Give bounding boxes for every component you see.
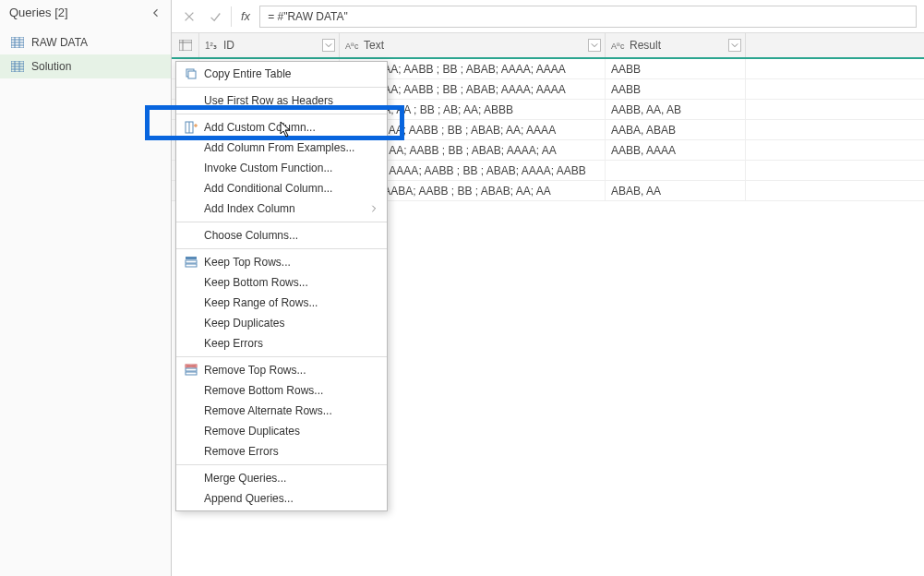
- menu-label: Keep Bottom Rows...: [184, 276, 379, 289]
- table-icon: [179, 40, 192, 51]
- svg-rect-27: [186, 372, 197, 375]
- menu-add-custom-column[interactable]: Add Custom Column...: [176, 117, 387, 138]
- table-icon: [11, 37, 24, 48]
- menu-add-index-column[interactable]: Add Index Column: [176, 198, 387, 219]
- column-filter-icon[interactable]: [728, 39, 741, 52]
- menu-label: Add Index Column: [184, 202, 365, 215]
- query-label: RAW DATA: [31, 36, 88, 49]
- cell-result: ABAB, AA: [606, 181, 746, 200]
- collapse-icon[interactable]: [150, 7, 162, 18]
- menu-label: Append Queries...: [184, 492, 379, 505]
- menu-label: Merge Queries...: [184, 472, 379, 485]
- queries-header: Queries [2]: [0, 0, 171, 27]
- menu-separator: [176, 222, 387, 222]
- cell-result: AABB, AA, AB: [606, 100, 746, 119]
- svg-rect-12: [179, 40, 192, 51]
- column-header-text[interactable]: Aᴮc Text: [340, 33, 606, 57]
- column-label: ID: [223, 39, 234, 52]
- menu-label: Add Conditional Column...: [184, 182, 379, 195]
- menu-append-queries[interactable]: Append Queries...: [176, 488, 387, 509]
- query-item-raw-data[interactable]: RAW DATA: [0, 30, 171, 54]
- cell-result: [606, 161, 746, 180]
- fx-icon[interactable]: fx: [237, 9, 254, 23]
- svg-rect-19: [188, 71, 196, 78]
- formula-bar: fx: [172, 0, 924, 33]
- accept-formula-icon[interactable]: [205, 6, 225, 27]
- menu-keep-errors[interactable]: Keep Errors: [176, 333, 387, 354]
- svg-rect-24: [186, 264, 197, 267]
- cell-result: AABB, AAAA: [606, 140, 746, 160]
- menu-label: Keep Errors: [184, 337, 379, 350]
- menu-remove-duplicates[interactable]: Remove Duplicates: [176, 421, 387, 441]
- menu-first-row-headers[interactable]: Use First Row as Headers: [176, 90, 387, 111]
- menu-label: Keep Top Rows...: [204, 256, 379, 269]
- menu-label: Remove Top Rows...: [204, 364, 379, 377]
- menu-separator: [176, 356, 387, 357]
- menu-label: Invoke Custom Function...: [184, 162, 379, 174]
- menu-label: Keep Range of Rows...: [184, 296, 379, 309]
- menu-choose-columns[interactable]: Choose Columns...: [176, 225, 387, 246]
- context-menu: Copy Entire Table Use First Row as Heade…: [175, 61, 388, 511]
- svg-rect-23: [186, 260, 197, 263]
- column-header-id[interactable]: 1²₃ ID: [199, 33, 340, 57]
- menu-separator: [176, 248, 387, 249]
- menu-separator: [176, 114, 387, 114]
- column-header-result[interactable]: Aᴮc Result: [606, 33, 746, 57]
- menu-remove-bottom-rows[interactable]: Remove Bottom Rows...: [176, 380, 387, 401]
- menu-label: Add Column From Examples...: [184, 141, 379, 154]
- menu-label: Remove Alternate Rows...: [184, 404, 379, 417]
- column-label: Result: [630, 39, 661, 52]
- svg-text:Aᴮc: Aᴮc: [611, 42, 625, 51]
- menu-label: Add Custom Column...: [204, 121, 379, 134]
- grid-header: 1²₃ ID Aᴮc Text: [172, 33, 924, 59]
- column-filter-icon[interactable]: [588, 39, 601, 52]
- number-type-icon: 1²₃: [205, 39, 220, 52]
- menu-keep-range-rows[interactable]: Keep Range of Rows...: [176, 293, 387, 313]
- menu-remove-errors[interactable]: Remove Errors: [176, 441, 387, 462]
- menu-copy-entire-table[interactable]: Copy Entire Table: [176, 64, 387, 84]
- svg-text:Aᴮc: Aᴮc: [345, 42, 359, 51]
- queries-panel: Queries [2] RAW DATA Solution: [0, 0, 172, 576]
- cell-result: AABB: [606, 79, 746, 99]
- cancel-formula-icon[interactable]: [179, 6, 199, 27]
- queries-title: Queries [2]: [9, 6, 68, 19]
- divider: [231, 6, 232, 27]
- menu-separator: [176, 87, 387, 88]
- text-type-icon: Aᴮc: [345, 39, 360, 52]
- formula-input[interactable]: [259, 6, 917, 28]
- svg-text:1²₃: 1²₃: [205, 41, 217, 51]
- query-item-solution[interactable]: Solution: [0, 54, 171, 78]
- column-filter-icon[interactable]: [322, 39, 335, 52]
- menu-label: Use First Row as Headers: [184, 94, 379, 107]
- select-all-corner[interactable]: [172, 33, 199, 57]
- copy-icon: [184, 66, 198, 81]
- queries-list: RAW DATA Solution: [0, 27, 171, 78]
- menu-remove-top-rows[interactable]: Remove Top Rows...: [176, 360, 387, 380]
- remove-rows-icon: [184, 363, 198, 378]
- table-icon: [11, 61, 24, 72]
- menu-keep-bottom-rows[interactable]: Keep Bottom Rows...: [176, 272, 387, 293]
- text-type-icon: Aᴮc: [611, 39, 626, 52]
- column-label: Text: [364, 39, 384, 52]
- menu-add-conditional-column[interactable]: Add Conditional Column...: [176, 178, 387, 198]
- menu-label: Choose Columns...: [184, 229, 379, 242]
- menu-keep-top-rows[interactable]: Keep Top Rows...: [176, 252, 387, 272]
- menu-label: Remove Duplicates: [184, 425, 379, 438]
- svg-rect-22: [186, 257, 197, 259]
- menu-add-column-from-examples[interactable]: Add Column From Examples...: [176, 138, 387, 158]
- keep-rows-icon: [184, 255, 198, 270]
- query-label: Solution: [31, 60, 71, 73]
- menu-label: Remove Errors: [184, 445, 379, 458]
- menu-label: Keep Duplicates: [184, 317, 379, 330]
- cell-result: AABB: [606, 59, 746, 78]
- menu-keep-duplicates[interactable]: Keep Duplicates: [176, 313, 387, 333]
- menu-invoke-custom-function[interactable]: Invoke Custom Function...: [176, 158, 387, 178]
- menu-separator: [176, 464, 387, 465]
- submenu-arrow-icon: [370, 202, 379, 215]
- cell-result: AABA, ABAB: [606, 120, 746, 139]
- add-column-icon: [184, 120, 198, 135]
- menu-remove-alternate-rows[interactable]: Remove Alternate Rows...: [176, 401, 387, 421]
- svg-rect-26: [186, 368, 197, 371]
- menu-merge-queries[interactable]: Merge Queries...: [176, 468, 387, 488]
- menu-label: Remove Bottom Rows...: [184, 384, 379, 397]
